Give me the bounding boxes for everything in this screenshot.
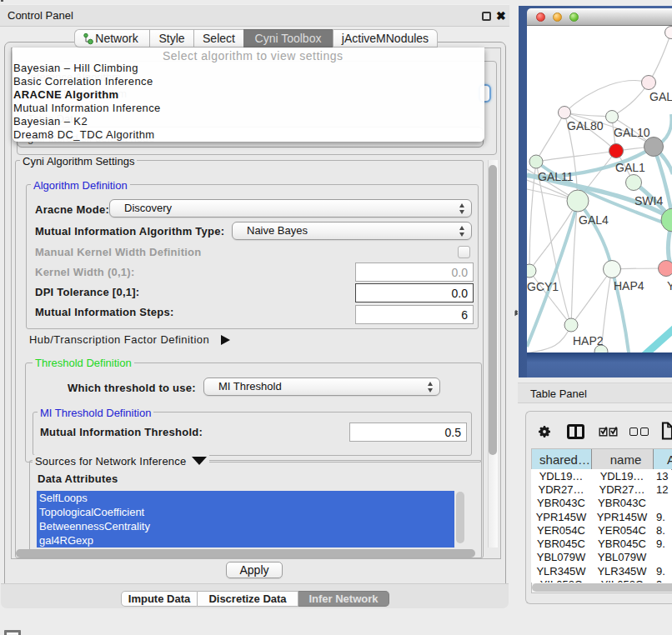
svg-text:HAP4: HAP4 [614,279,644,292]
svg-text:GCY1: GCY1 [527,280,559,293]
svg-text:GAL11: GAL11 [538,170,574,183]
svg-text:GAL10: GAL10 [614,126,650,139]
svg-text:Y: Y [667,279,672,292]
svg-text:HAP2: HAP2 [573,334,604,348]
svg-text:GAL1: GAL1 [615,161,645,174]
svg-text:GAL80: GAL80 [567,119,604,132]
svg-text:GAL4: GAL4 [579,213,609,227]
svg-text:GAL7: GAL7 [649,90,672,103]
svg-text:SWI4: SWI4 [634,194,663,208]
